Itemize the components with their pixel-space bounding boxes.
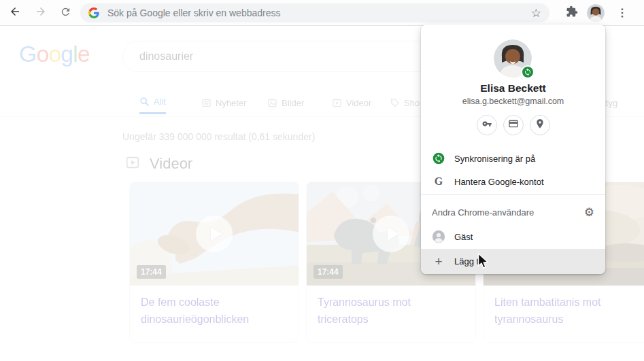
sync-on-icon <box>432 152 445 165</box>
tab-label: Allt <box>154 97 166 107</box>
tab-bilder[interactable]: Bilder <box>267 91 304 114</box>
video-section-icon <box>125 155 140 173</box>
account-shortcuts-row <box>421 115 605 135</box>
manage-account-label: Hantera Google-kontot <box>454 177 544 187</box>
address-bar[interactable]: Sök på Google eller skriv en webbadress … <box>80 3 549 22</box>
manage-profiles-gear-icon[interactable]: ⚙ <box>584 207 594 218</box>
profile-email: elisa.g.beckett@gmail.com <box>421 97 605 106</box>
search-query-text: dinosaurier <box>139 50 193 63</box>
tab-allt[interactable]: Allt <box>139 91 166 114</box>
avatar-photo <box>587 4 605 22</box>
guest-avatar-icon <box>432 228 445 245</box>
forward-button[interactable] <box>33 5 49 21</box>
passwords-button[interactable] <box>477 115 497 135</box>
images-tab-icon <box>267 98 277 108</box>
tab-label: Sho <box>404 98 420 108</box>
news-tab-icon <box>201 98 211 108</box>
videos-heading-label: Videor <box>150 155 192 173</box>
tab-videor[interactable]: Videor <box>332 91 371 114</box>
profile-large-avatar <box>494 39 532 78</box>
profile-menu-popup: Elisa Beckett elisa.g.beckett@gmail.com … <box>421 24 605 274</box>
guest-row[interactable]: Gäst <box>421 224 605 249</box>
tab-label: Bilder <box>282 98 304 108</box>
forward-icon <box>35 5 47 20</box>
sync-status-label: Synkronisering är på <box>454 154 535 164</box>
profile-name: Elisa Beckett <box>421 82 605 94</box>
search-tab-icon <box>139 97 150 107</box>
videos-tab-icon <box>332 98 342 108</box>
logo-letter: e <box>78 41 90 67</box>
play-button-icon[interactable] <box>373 216 409 252</box>
browser-menu-button[interactable]: ⋮ <box>615 5 629 21</box>
video-thumbnail[interactable]: 17:44 <box>130 182 299 286</box>
video-duration-badge: 17:44 <box>313 265 343 279</box>
location-pin-icon <box>535 118 545 132</box>
address-bar-placeholder: Sök på Google eller skriv en webbadress <box>107 7 531 18</box>
tab-label: Nyheter <box>216 98 247 108</box>
profile-avatar-button[interactable] <box>587 4 605 22</box>
video-title-link[interactable]: Liten tambatitanis mot tyrannosaurus <box>484 286 644 328</box>
browser-toolbar: Sök på Google eller skriv en webbadress … <box>0 0 644 26</box>
payment-methods-button[interactable] <box>503 115 524 135</box>
other-users-header-label: Andra Chrome-användare <box>432 207 534 218</box>
play-button-icon[interactable] <box>196 216 233 252</box>
extensions-puzzle-icon <box>566 5 578 20</box>
logo-letter: G <box>19 41 36 67</box>
logo-letter: o <box>36 41 48 67</box>
video-title-link[interactable]: Tyrannosaurus mot triceratops <box>307 286 475 328</box>
sync-status-row[interactable]: Synkronisering är på <box>421 146 605 171</box>
other-users-header-row: Andra Chrome-användare ⚙ <box>421 200 605 224</box>
logo-letter: g <box>61 41 73 67</box>
video-title-link[interactable]: De fem coolaste dinosaurieögonblicken <box>130 286 299 328</box>
results-stats: Ungefär 339 000 000 resultat (0,61 sekun… <box>122 131 315 142</box>
manage-google-account-row[interactable]: G Hantera Google-kontot <box>421 169 605 194</box>
tab-shopping[interactable]: Sho <box>390 91 420 114</box>
popup-divider <box>421 194 605 195</box>
tab-nyheter[interactable]: Nyheter <box>201 91 247 114</box>
google-logo[interactable]: Google <box>19 41 90 67</box>
shopping-tab-icon <box>390 98 400 108</box>
extensions-button[interactable] <box>564 5 580 21</box>
credit-card-icon <box>508 118 519 132</box>
refresh-icon <box>60 6 71 20</box>
back-icon <box>9 5 21 20</box>
videos-section-heading: Videor <box>125 155 192 173</box>
video-duration-badge: 17:44 <box>137 265 166 279</box>
logo-letter: o <box>48 41 61 67</box>
video-card[interactable]: 17:44 De fem coolaste dinosaurieögonblic… <box>129 182 299 343</box>
key-icon <box>481 118 492 132</box>
plus-icon: + <box>432 254 445 269</box>
refresh-button[interactable] <box>57 5 73 21</box>
guest-label: Gäst <box>454 232 473 242</box>
google-g-gray-icon: G <box>432 175 445 188</box>
tab-label: Videor <box>346 98 371 108</box>
mouse-cursor <box>477 253 489 272</box>
google-g-icon <box>88 7 99 18</box>
bookmark-star-icon[interactable]: ☆ <box>531 7 541 19</box>
back-button[interactable] <box>7 5 23 21</box>
add-profile-row[interactable]: + Lägg till <box>421 249 605 274</box>
addresses-button[interactable] <box>530 115 550 135</box>
sync-on-badge-icon <box>521 65 535 79</box>
